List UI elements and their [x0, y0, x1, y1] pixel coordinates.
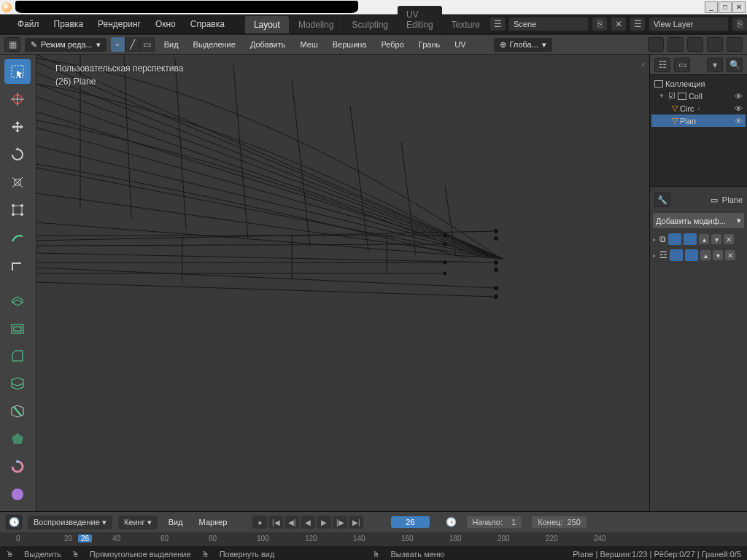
- mode-dropdown[interactable]: ✎Режим реда...▾: [25, 38, 107, 52]
- scene-browse-button[interactable]: ☰: [489, 17, 506, 31]
- modifier-toggle-render[interactable]: [668, 233, 681, 245]
- timeline-marker-menu[interactable]: Маркер: [194, 516, 233, 529]
- menu-window[interactable]: Окно: [148, 17, 183, 31]
- submenu-face[interactable]: Грань: [414, 38, 445, 51]
- modifier-delete[interactable]: ✕: [724, 234, 734, 244]
- shading-wireframe-button[interactable]: [707, 37, 723, 52]
- window-close-button[interactable]: ✕: [732, 1, 746, 13]
- tool-polybuild[interactable]: [4, 427, 31, 451]
- outliner-item-plane[interactable]: ▽Plan👁: [651, 114, 746, 127]
- start-frame-field[interactable]: Начало: 1: [467, 516, 522, 528]
- edge-select-button[interactable]: ╱: [125, 37, 140, 52]
- tool-annotate[interactable]: [4, 225, 31, 250]
- tool-bevel[interactable]: [4, 343, 31, 368]
- modifier-toggle-viewport[interactable]: [685, 249, 698, 261]
- face-select-button[interactable]: ▭: [140, 37, 155, 52]
- submenu-select[interactable]: Выделение: [188, 38, 241, 51]
- outliner-collection[interactable]: ▼☑Coll👁: [651, 90, 746, 102]
- tab-uv-editing[interactable]: UV Editing: [398, 6, 442, 34]
- snap-button[interactable]: [667, 37, 684, 52]
- vertex-select-button[interactable]: ▫: [111, 37, 125, 52]
- submenu-mesh[interactable]: Меш: [295, 38, 323, 51]
- tool-measure[interactable]: [4, 253, 31, 278]
- modifier-toggle-render[interactable]: [670, 249, 683, 261]
- tab-layout[interactable]: Layout: [245, 16, 289, 34]
- pivot-button[interactable]: [648, 37, 664, 52]
- outliner-filter-button[interactable]: ▾: [707, 58, 723, 72]
- modifier-move-down[interactable]: ▾: [713, 250, 723, 260]
- play-button[interactable]: ▶: [317, 516, 331, 529]
- outliner-item-circle[interactable]: ▽Circ‹👁: [651, 102, 746, 114]
- ruler-tick: 240: [594, 534, 606, 542]
- modifier-row-1[interactable]: ▸⧉ ▴ ▾ ✕: [653, 231, 744, 247]
- timeline-view-menu[interactable]: Вид: [163, 516, 188, 529]
- subdiv-icon: ☲: [659, 250, 667, 260]
- modifier-row-2[interactable]: ▸☲ ▴ ▾ ✕: [653, 247, 744, 263]
- menu-file[interactable]: Файл: [10, 17, 47, 31]
- jump-end-button[interactable]: ▶|: [349, 516, 363, 529]
- keying-dropdown[interactable]: Кеинг ▾: [118, 516, 158, 529]
- tool-inset[interactable]: [4, 316, 31, 341]
- modifier-move-up[interactable]: ▴: [699, 234, 709, 244]
- shading-solid-button[interactable]: [727, 37, 743, 52]
- keyframe-prev-button[interactable]: ◀|: [285, 516, 299, 529]
- outliner-type-button[interactable]: ☷: [654, 58, 670, 72]
- tool-extrude[interactable]: [4, 288, 31, 313]
- play-reverse-button[interactable]: ◀: [301, 516, 315, 529]
- playback-dropdown[interactable]: Воспроизведение ▾: [28, 516, 112, 529]
- current-frame-field[interactable]: 26: [391, 516, 429, 528]
- submenu-edge[interactable]: Ребро: [376, 38, 409, 51]
- keyframe-next-button[interactable]: |▶: [333, 516, 347, 529]
- current-frame-marker[interactable]: 26: [78, 534, 92, 542]
- modifier-toggle-viewport[interactable]: [684, 233, 697, 245]
- menu-render[interactable]: Рендеринг: [90, 17, 148, 31]
- submenu-vertex[interactable]: Вершина: [328, 38, 372, 51]
- tool-rotate[interactable]: [4, 142, 31, 167]
- timeline-ruler[interactable]: 0 20 26 40 60 80 100 120 140 160 180 200…: [0, 532, 747, 546]
- window-maximize-button[interactable]: □: [719, 1, 732, 13]
- modifier-move-up[interactable]: ▴: [700, 250, 711, 260]
- timeline-type-button[interactable]: 🕓: [6, 515, 22, 529]
- layer-new-button[interactable]: ⎘: [732, 17, 747, 31]
- menu-edit[interactable]: Правка: [47, 17, 91, 31]
- submenu-view[interactable]: Вид: [159, 38, 184, 51]
- tool-scale[interactable]: [4, 170, 31, 195]
- editor-type-button[interactable]: ▦: [4, 37, 20, 52]
- tab-sculpting[interactable]: Sculpting: [344, 16, 397, 34]
- viewport-collapse-button[interactable]: ‹: [642, 59, 645, 69]
- props-object-icon: ▭: [711, 195, 718, 205]
- outliner-scene-collection[interactable]: Коллекция: [651, 78, 746, 90]
- tool-smooth[interactable]: [4, 482, 31, 507]
- tool-knife[interactable]: [4, 399, 31, 424]
- autokey-button[interactable]: ●: [252, 516, 267, 529]
- modifier-move-down[interactable]: ▾: [711, 234, 721, 244]
- outliner-search-button[interactable]: 🔍: [727, 58, 743, 72]
- add-modifier-button[interactable]: Добавить модиф...▾: [653, 213, 744, 228]
- orientation-dropdown[interactable]: ⊕Глоба...▾: [494, 38, 552, 52]
- viewport-3d[interactable]: Пользовательская перспектива (26) Plane …: [36, 55, 649, 511]
- submenu-uv[interactable]: UV: [449, 38, 471, 51]
- scene-new-button[interactable]: ⎘: [592, 17, 608, 31]
- proportional-button[interactable]: [687, 37, 703, 52]
- tool-move[interactable]: [4, 114, 31, 139]
- submenu-add[interactable]: Добавить: [245, 38, 291, 51]
- tool-cursor[interactable]: [4, 87, 31, 112]
- viewport-overlay-text: Пользовательская перспектива (26) Plane: [55, 63, 183, 90]
- tool-loopcut[interactable]: [4, 371, 31, 396]
- scene-delete-button[interactable]: ✕: [611, 17, 627, 31]
- layer-browse-button[interactable]: ☰: [630, 17, 646, 31]
- window-minimize-button[interactable]: _: [705, 1, 718, 13]
- tab-modeling[interactable]: Modeling: [290, 16, 343, 34]
- tab-texture[interactable]: Texture: [443, 16, 489, 34]
- viewlayer-name-field[interactable]: View Layer: [649, 17, 729, 31]
- modifier-delete[interactable]: ✕: [725, 250, 735, 260]
- tool-transform[interactable]: [4, 198, 31, 222]
- jump-start-button[interactable]: |◀: [268, 516, 283, 529]
- end-frame-field[interactable]: Конец: 250: [532, 516, 587, 528]
- tool-spin[interactable]: [4, 454, 31, 479]
- tool-select-box[interactable]: [4, 59, 31, 84]
- outliner-display-button[interactable]: ▭: [674, 58, 690, 72]
- props-type-button[interactable]: 🔧: [654, 192, 670, 207]
- menu-help[interactable]: Справка: [183, 17, 232, 31]
- scene-name-field[interactable]: Scene: [508, 17, 589, 31]
